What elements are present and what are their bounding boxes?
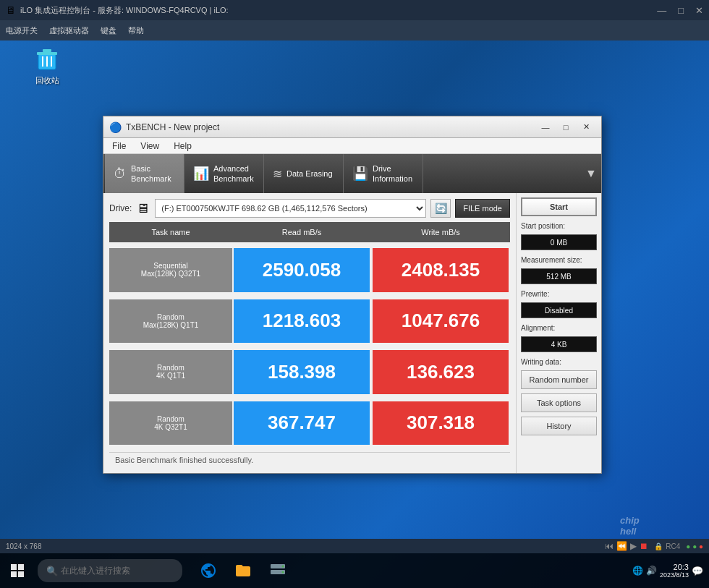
ilo-close[interactable]: ✕ [695, 5, 703, 16]
ilo-titlebar-controls[interactable]: — □ ✕ [657, 5, 703, 16]
measurement-size-label: Measurement size: [521, 256, 597, 264]
sound-icon: 🔊 [646, 566, 657, 576]
history-button[interactable]: History [521, 417, 597, 435]
clock: 20:3 2023/8/13 [660, 563, 689, 579]
row-2-write: 136.623 [373, 350, 509, 394]
time: 20:3 [660, 563, 689, 571]
recycle-bin-image [33, 43, 61, 72]
header-write: Write mB/s [371, 225, 510, 239]
network-icon: 🌐 [632, 566, 643, 576]
tab-advanced-benchmark[interactable]: 📊 AdvancedBenchmark [184, 154, 264, 193]
row-1-write: 1047.676 [373, 299, 509, 344]
menu-view[interactable]: View [135, 140, 165, 153]
txbench-window: 🔵 TxBENCH - New project — □ ✕ File View … [103, 116, 602, 474]
ilo-menubar: 电源开关 虚拟驱动器 键盘 帮助 [0, 20, 709, 41]
tab-drive-label: DriveInformation [373, 163, 412, 184]
bench-row-0: SequentialMax(128K) Q32T1 2590.058 2408.… [109, 248, 510, 292]
ilo-menu-help[interactable]: 帮助 [128, 25, 144, 36]
svg-rect-9 [18, 571, 24, 577]
status-bar: Basic Benchmark finished successfully. [109, 452, 510, 467]
search-icon: 🔍 [46, 566, 58, 576]
writing-data-label: Writing data: [521, 358, 597, 366]
recycle-bin-label: 回收站 [35, 75, 59, 86]
row-3-read: 367.747 [234, 401, 370, 446]
media-controls[interactable]: ⏮ ⏪ ▶ ⏹ [605, 541, 648, 551]
prewrite-label: Prewrite: [521, 290, 597, 298]
resolution-text: 1024 x 768 [6, 542, 42, 550]
header-task: Task name [109, 225, 232, 239]
start-button[interactable]: Start [521, 197, 597, 216]
row-0-read: 2590.058 [234, 248, 370, 292]
tab-basic-benchmark[interactable]: ⏱ BasicBenchmark [105, 154, 184, 193]
ilo-menu-keyboard[interactable]: 键盘 [101, 25, 116, 36]
recycle-bin-icon[interactable]: 回收站 [22, 43, 72, 86]
taskbar-search[interactable]: 🔍 [38, 559, 182, 582]
row-0-write: 2408.135 [373, 248, 509, 292]
app-window-controls: — □ ✕ [536, 120, 595, 135]
tab-data-erasing[interactable]: ≋ Data Erasing [264, 154, 344, 193]
toolbar-dropdown-button[interactable]: ▼ [582, 154, 600, 193]
lock-icon: 🔒 [654, 542, 663, 550]
ilo-title: iLO 集成远程控制台 - 服务器: WINDOWS-FQ4RCVQ | iLO… [20, 5, 229, 16]
basic-benchmark-icon: ⏱ [114, 166, 127, 182]
drive-icon: 🖥 [136, 201, 149, 216]
restore-button[interactable]: □ [556, 120, 575, 135]
svg-rect-6 [11, 564, 17, 570]
row-3-write: 307.318 [373, 401, 509, 446]
tab-drive-information[interactable]: 💾 DriveInformation [344, 154, 423, 193]
status-text: Basic Benchmark finished successfully. [115, 456, 253, 464]
svg-rect-1 [37, 52, 57, 55]
date: 2023/8/13 [660, 571, 689, 579]
start-position-value: 0 MB [521, 234, 597, 250]
drive-info-icon: 💾 [352, 166, 368, 182]
app-title: TxBENCH - New project [126, 122, 536, 132]
stop-icon[interactable]: ⏹ [640, 541, 648, 551]
menu-help[interactable]: Help [168, 140, 198, 153]
alignment-label: Alignment: [521, 324, 597, 332]
advanced-benchmark-icon: 📊 [193, 166, 209, 182]
app-content: Drive: 🖥 (F:) ET000750KWJTF 698.62 GB (1… [103, 193, 601, 473]
notification-icon[interactable]: 💬 [692, 566, 703, 576]
drive-select[interactable]: (F:) ET000750KWJTF 698.62 GB (1,465,112,… [155, 199, 426, 218]
menu-file[interactable]: File [106, 140, 132, 153]
app-main-panel: Drive: 🖥 (F:) ET000750KWJTF 698.62 GB (1… [103, 193, 516, 473]
ilo-menu-vdriver[interactable]: 虚拟驱动器 [49, 25, 89, 36]
bench-row-3: Random4K Q32T1 367.747 307.318 [109, 401, 510, 446]
ilo-maximize[interactable]: □ [678, 5, 684, 16]
taskbar-server-icon[interactable] [263, 556, 292, 585]
close-button[interactable]: ✕ [577, 120, 595, 135]
file-mode-button[interactable]: FILE mode [455, 199, 510, 218]
row-1-label: RandomMax(128K) Q1T1 [109, 299, 232, 344]
writing-data-button[interactable]: Random number [521, 370, 597, 389]
prev-icon[interactable]: ⏪ [616, 541, 627, 551]
app-titlebar[interactable]: 🔵 TxBENCH - New project — □ ✕ [103, 116, 601, 138]
skip-back-icon[interactable]: ⏮ [605, 541, 614, 551]
taskbar-folder-icon[interactable] [229, 556, 258, 585]
bench-row-1: RandomMax(128K) Q1T1 1218.603 1047.676 [109, 299, 510, 344]
row-2-label: Random4K Q1T1 [109, 350, 232, 394]
drive-refresh-button[interactable]: 🔄 [430, 199, 451, 218]
drive-label: Drive: [109, 203, 132, 213]
badge-text: RC4 [666, 542, 680, 550]
ilo-minimize[interactable]: — [657, 5, 666, 16]
header-read: Read mB/s [232, 225, 371, 239]
tab-advanced-label: AdvancedBenchmark [213, 163, 254, 184]
status-dots: ● ● ● [686, 542, 703, 550]
ilo-menu-power[interactable]: 电源开关 [6, 25, 38, 36]
tray-icons: 🌐 🔊 [632, 566, 657, 576]
minimize-button[interactable]: — [536, 120, 555, 135]
start-button[interactable] [0, 553, 35, 588]
taskbar-edge-icon[interactable] [194, 556, 223, 585]
alignment-value: 4 KB [521, 336, 597, 352]
task-options-button[interactable]: Task options [521, 393, 597, 412]
ilo-titlebar: 🖥 iLO 集成远程控制台 - 服务器: WINDOWS-FQ4RCVQ | i… [0, 0, 709, 20]
play-icon[interactable]: ▶ [630, 541, 637, 551]
taskbar-right: 🌐 🔊 20:3 2023/8/13 💬 [632, 563, 709, 579]
svg-rect-8 [11, 571, 17, 577]
row-3-label: Random4K Q32T1 [109, 401, 232, 446]
search-input[interactable] [61, 566, 174, 576]
benchmark-table-header: Task name Read mB/s Write mB/s [109, 222, 510, 242]
taskbar: 🔍 🌐 🔊 20:3 2023 [0, 553, 709, 588]
app-toolbar: ⏱ BasicBenchmark 📊 AdvancedBenchmark ≋ D… [103, 154, 601, 193]
svg-rect-7 [18, 564, 24, 570]
